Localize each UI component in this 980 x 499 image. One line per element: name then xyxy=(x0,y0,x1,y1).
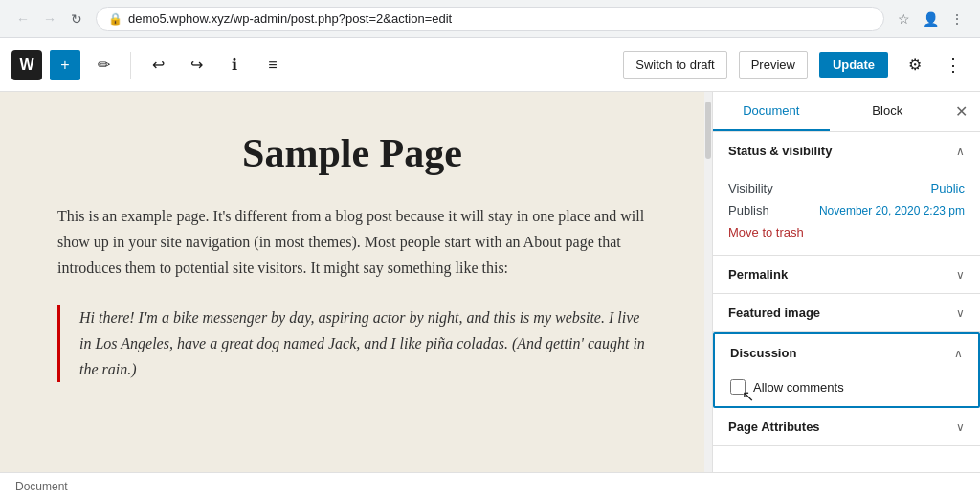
featured-image-header[interactable]: Featured image ∨ xyxy=(713,294,980,331)
allow-comments-row: ↖ Allow comments xyxy=(730,379,963,395)
permalink-title: Permalink xyxy=(728,267,788,282)
featured-image-title: Featured image xyxy=(728,306,820,320)
allow-comments-label: Allow comments xyxy=(753,380,844,395)
allow-comments-checkbox[interactable] xyxy=(730,379,746,395)
publish-row: Publish November 20, 2020 2:23 pm xyxy=(728,199,965,221)
edit-button[interactable]: ✏ xyxy=(88,50,119,80)
main-area: Sample Page This is an example page. It'… xyxy=(0,92,980,472)
browser-menu-button[interactable]: ⋮ xyxy=(946,8,969,31)
lock-icon: 🔒 xyxy=(108,12,122,26)
permalink-header[interactable]: Permalink ∨ xyxy=(713,256,980,293)
list-view-button[interactable]: ≡ xyxy=(257,50,288,80)
browser-bar: ← → ↻ 🔒 demo5.wphow.xyz/wp-admin/post.ph… xyxy=(0,0,980,38)
forward-button[interactable]: → xyxy=(38,8,61,31)
redo-button[interactable]: ↪ xyxy=(181,50,212,80)
page-attributes-header[interactable]: Page Attributes ∨ xyxy=(713,408,980,445)
sidebar-body: Status & visibility ∧ Visibility Public … xyxy=(713,132,980,472)
discussion-chevron: ∧ xyxy=(954,347,963,360)
discussion-title: Discussion xyxy=(730,346,796,360)
status-visibility-body: Visibility Public Publish November 20, 2… xyxy=(713,170,980,255)
more-options-button[interactable]: ⋮ xyxy=(938,50,969,80)
status-visibility-header[interactable]: Status & visibility ∧ xyxy=(713,132,980,170)
preview-button[interactable]: Preview xyxy=(739,51,808,79)
browser-actions: ☆ 👤 ⋮ xyxy=(892,8,969,31)
back-button[interactable]: ← xyxy=(11,8,34,31)
bottom-bar: Document xyxy=(0,472,980,499)
page-attributes-title: Page Attributes xyxy=(728,420,820,434)
tab-block[interactable]: Block xyxy=(830,92,947,131)
discussion-header[interactable]: Discussion ∧ xyxy=(715,334,978,372)
move-to-trash-link[interactable]: Move to trash xyxy=(728,221,965,243)
featured-image-section: Featured image ∨ xyxy=(713,294,980,332)
sidebar-header: Document Block ✕ xyxy=(713,92,980,132)
scroll-thumb xyxy=(705,102,711,159)
toolbar-divider xyxy=(130,52,131,79)
address-bar[interactable]: 🔒 demo5.wphow.xyz/wp-admin/post.php?post… xyxy=(96,7,884,31)
sidebar-close-button[interactable]: ✕ xyxy=(946,97,976,127)
bottom-bar-label: Document xyxy=(15,480,68,493)
status-visibility-chevron: ∧ xyxy=(956,145,965,158)
reload-button[interactable]: ↻ xyxy=(65,8,88,31)
wp-logo[interactable]: W xyxy=(11,50,42,80)
page-attributes-chevron: ∨ xyxy=(956,420,965,434)
settings-button[interactable]: ⚙ xyxy=(900,50,930,80)
featured-image-chevron: ∨ xyxy=(956,306,965,320)
publish-label: Publish xyxy=(728,203,769,217)
add-block-button[interactable]: + xyxy=(50,50,80,80)
permalink-section: Permalink ∨ xyxy=(713,256,980,294)
tab-document[interactable]: Document xyxy=(713,92,830,131)
visibility-value[interactable]: Public xyxy=(931,181,965,195)
status-visibility-section: Status & visibility ∧ Visibility Public … xyxy=(713,132,980,256)
editor-scrollbar[interactable] xyxy=(704,92,712,472)
visibility-row: Visibility Public xyxy=(728,177,965,199)
allow-comments-checkbox-wrapper: ↖ xyxy=(730,379,746,395)
profile-button[interactable]: 👤 xyxy=(919,8,942,31)
page-title[interactable]: Sample Page xyxy=(57,130,647,176)
info-button[interactable]: ℹ xyxy=(219,50,250,80)
page-attributes-section: Page Attributes ∨ xyxy=(713,408,980,446)
right-sidebar: Document Block ✕ Status & visibility ∧ V… xyxy=(712,92,980,472)
discussion-body: ↖ Allow comments xyxy=(715,372,978,406)
star-button[interactable]: ☆ xyxy=(892,8,915,31)
undo-button[interactable]: ↩ xyxy=(143,50,173,80)
editor-content: Sample Page This is an example page. It'… xyxy=(57,130,647,382)
blockquote[interactable]: Hi there! I'm a bike messenger by day, a… xyxy=(57,305,647,383)
browser-nav-buttons: ← → ↻ xyxy=(11,8,88,31)
switch-draft-button[interactable]: Switch to draft xyxy=(623,51,726,79)
wp-admin-bar: W + ✏ ↩ ↪ ℹ ≡ Switch to draft Preview Up… xyxy=(0,38,980,92)
permalink-chevron: ∨ xyxy=(956,268,965,282)
url-text: demo5.wphow.xyz/wp-admin/post.php?post=2… xyxy=(128,11,452,26)
update-button[interactable]: Update xyxy=(819,52,888,78)
publish-value[interactable]: November 20, 2020 2:23 pm xyxy=(819,204,965,217)
visibility-label: Visibility xyxy=(728,181,773,195)
status-visibility-title: Status & visibility xyxy=(728,144,832,158)
discussion-section: Discussion ∧ ↖ Allow comments xyxy=(713,332,980,408)
page-body-text[interactable]: This is an example page. It's different … xyxy=(57,203,647,282)
editor-area[interactable]: Sample Page This is an example page. It'… xyxy=(0,92,704,472)
